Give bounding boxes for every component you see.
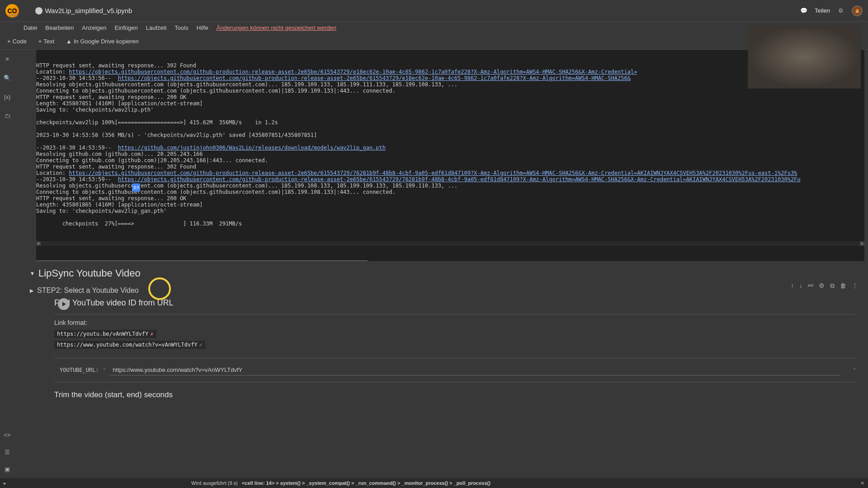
section-heading: LipSync Youtube Video: [38, 267, 141, 279]
good-url-example: https://www.youtube.com/watch?v=vAnWYLTd…: [54, 341, 205, 349]
menu-help[interactable]: Hilfe: [197, 24, 208, 31]
expand-icon[interactable]: ▶: [30, 288, 33, 294]
divider: [54, 382, 855, 382]
quote-open: ": [104, 367, 106, 374]
collapse-icon[interactable]: ▼: [30, 271, 35, 276]
quote-close: ": [853, 367, 855, 374]
more-icon[interactable]: ⋮: [852, 282, 858, 290]
menu-view[interactable]: Anzeigen: [82, 24, 106, 31]
output-link[interactable]: https://objects.githubusercontent.com/gi…: [118, 176, 801, 183]
add-text-button[interactable]: + Text: [35, 36, 58, 47]
avatar[interactable]: a: [852, 5, 863, 16]
scroll-left-icon[interactable]: ◂: [36, 241, 41, 246]
toc-icon[interactable]: ≡: [3, 54, 12, 63]
save-warning[interactable]: Änderungen können nicht gespeichert werd…: [217, 24, 336, 31]
github-icon: [35, 7, 42, 14]
move-down-icon[interactable]: ↓: [799, 282, 802, 290]
output-link[interactable]: https://objects.githubusercontent.com/gi…: [69, 69, 637, 75]
files-icon[interactable]: 🗀: [3, 111, 12, 120]
webcam-overlay: [748, 25, 861, 89]
menu-runtime[interactable]: Laufzeit: [146, 24, 167, 31]
gear-icon[interactable]: ⚙: [836, 6, 845, 15]
add-code-button[interactable]: + Code: [4, 36, 30, 47]
x-icon: ✗: [150, 331, 153, 337]
subsection-heading: STEP2: Select a Youtube Video: [37, 286, 139, 295]
menu-tools[interactable]: Tools: [175, 24, 188, 31]
cell-output: HTTP request sent, awaiting response... …: [36, 50, 864, 261]
menu-file[interactable]: Datei: [24, 24, 37, 31]
run-cell-button[interactable]: [58, 298, 70, 310]
translate-icon[interactable]: 文A: [132, 183, 140, 192]
param-label: YOUTUBE_URL:: [60, 367, 99, 373]
trim-title: Trim the video (start, end) seconds: [36, 390, 855, 399]
move-up-icon[interactable]: ↑: [791, 282, 794, 290]
scroll-right-icon[interactable]: ▸: [860, 241, 864, 246]
menu-edit[interactable]: Bearbeiten: [45, 24, 74, 31]
comment-icon[interactable]: 💬: [799, 6, 808, 15]
pro-badge: PRO: [9, 13, 18, 18]
link-format-label: Link format:: [36, 319, 855, 326]
check-icon: ✓: [199, 342, 203, 348]
output-link[interactable]: https://objects.githubusercontent.com/gi…: [69, 170, 797, 176]
cmd-icon[interactable]: ▣: [3, 465, 12, 474]
output-link[interactable]: https://objects.githubusercontent.com/gi…: [118, 75, 631, 81]
mirror-icon[interactable]: ⧉: [830, 282, 835, 290]
delete-icon[interactable]: 🗑: [840, 282, 846, 290]
copy-drive-button[interactable]: ▲ In Google Drive kopieren: [62, 36, 142, 47]
divider: [54, 358, 855, 358]
output-link[interactable]: https://github.com/justinjohn0306/Wav2Li…: [118, 145, 386, 151]
scrollbar-thumb[interactable]: [36, 260, 368, 261]
search-icon[interactable]: 🔍: [3, 73, 12, 82]
notebook-title[interactable]: Wav2Lip_simplified_v5.ipynb: [45, 7, 132, 14]
vars-icon[interactable]: {x}: [3, 92, 12, 101]
menu-insert[interactable]: Einfügen: [114, 24, 137, 31]
terminal-icon[interactable]: ☰: [3, 447, 12, 456]
horizontal-scrollbar[interactable]: ◂ ▸: [36, 241, 864, 246]
link-icon[interactable]: ⚯: [808, 282, 813, 290]
code-icon[interactable]: <>: [3, 430, 12, 439]
settings-icon[interactable]: ⚙: [819, 282, 825, 290]
divider: [54, 314, 855, 314]
form-cell-title: Find YouTube video ID from URL: [36, 298, 855, 308]
youtube-url-input[interactable]: [110, 365, 840, 375]
bad-url-example: https://youtu.be/vAnWYLTdvfY✗: [54, 330, 156, 338]
share-button[interactable]: Teilen: [815, 7, 830, 14]
